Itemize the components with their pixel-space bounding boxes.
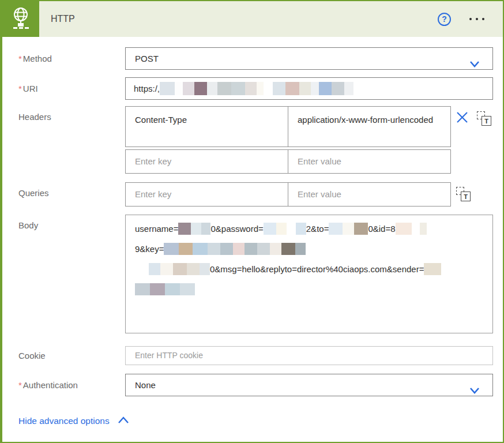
redacted-block <box>135 263 149 275</box>
redacted-block <box>299 82 311 95</box>
redacted-block <box>264 82 273 95</box>
redacted-block <box>220 243 233 255</box>
redacted-block <box>160 82 175 95</box>
redacted-block <box>160 263 173 275</box>
redacted-block <box>191 223 201 235</box>
redacted-block <box>150 283 165 295</box>
headers-row-2: Enter key Enter value <box>125 149 451 174</box>
redacted-block <box>257 243 270 255</box>
help-glyph: ? <box>442 14 447 24</box>
redacted-block <box>257 82 264 95</box>
method-dropdown[interactable]: POST <box>125 47 493 70</box>
redacted-block <box>319 82 332 95</box>
body-input[interactable]: username=0&password=2&to=0&id=8 9&key= 0… <box>125 215 493 333</box>
headers-label: Headers <box>18 106 125 122</box>
redacted-block <box>173 263 187 275</box>
method-value: POST <box>135 54 159 63</box>
header-key-placeholder[interactable]: Enter key <box>125 149 288 174</box>
body-text-line: username=0&password=2&to=0&id=8 <box>135 219 490 239</box>
hide-advanced-options-link[interactable]: Hide advanced options <box>18 416 129 426</box>
chevron-up-icon <box>118 416 129 426</box>
redacted-block <box>179 243 193 255</box>
help-icon[interactable]: ? <box>438 13 451 26</box>
redacted-block <box>200 263 210 275</box>
required-marker: * <box>18 380 22 390</box>
redacted-block <box>178 223 191 235</box>
redacted-block <box>424 263 441 275</box>
method-label: *Method <box>18 54 125 63</box>
redacted-block <box>311 82 319 95</box>
authentication-dropdown[interactable]: None <box>125 374 493 396</box>
redacted-block <box>354 223 368 235</box>
redacted-block <box>332 82 344 95</box>
authentication-value: None <box>135 380 156 390</box>
required-marker: * <box>18 84 22 93</box>
body-label: Body <box>18 215 125 230</box>
body-text-line <box>135 279 490 299</box>
redacted-block <box>343 223 354 235</box>
action-header[interactable]: HTTP ? <box>2 1 503 37</box>
redacted-block <box>233 243 245 255</box>
redacted-block <box>264 223 276 235</box>
redacted-block <box>420 223 427 235</box>
redacted-block <box>201 223 210 235</box>
delete-header-row-icon[interactable] <box>456 111 468 126</box>
redacted-block <box>187 263 200 275</box>
uri-input[interactable]: https:/, <box>125 77 493 100</box>
headers-row-1: Content-Type application/x-www-form-urle… <box>125 106 451 147</box>
query-key-placeholder[interactable]: Enter key <box>125 182 288 207</box>
redacted-block <box>276 223 287 235</box>
redacted-block <box>175 82 183 95</box>
authentication-label: *Authentication <box>18 380 125 390</box>
queries-row-1: Enter key Enter value <box>125 182 451 207</box>
redacted-block <box>180 283 195 295</box>
redacted-block <box>194 82 207 95</box>
http-action-card: HTTP ? *Method POST <box>0 0 504 443</box>
redacted-block <box>207 82 217 95</box>
redacted-block <box>412 223 420 235</box>
queries-label: Queries <box>18 182 125 198</box>
more-options-icon[interactable] <box>468 14 486 24</box>
headers-grid: Content-Type application/x-www-form-urle… <box>125 106 451 174</box>
globe-network-icon <box>10 6 32 32</box>
header-value-input[interactable]: application/x-www-form-urlencoded <box>288 106 451 147</box>
chevron-down-icon <box>469 381 480 402</box>
redacted-block <box>344 82 353 95</box>
header-value-placeholder[interactable]: Enter value <box>288 149 451 174</box>
redacted-block <box>217 82 231 95</box>
action-title: HTTP <box>39 1 438 37</box>
redacted-block <box>295 243 306 255</box>
chevron-down-icon <box>469 54 480 76</box>
redacted-block <box>281 243 295 255</box>
redacted-block <box>273 82 285 95</box>
header-key-input[interactable]: Content-Type <box>125 106 288 147</box>
http-connector-tile <box>2 1 39 37</box>
cookie-label: Cookie <box>18 351 125 361</box>
redacted-block <box>287 223 296 235</box>
queries-grid: Enter key Enter value <box>125 182 451 207</box>
http-action-form: *Method POST *URI https:/, Headers <box>2 37 503 396</box>
redacted-block <box>135 283 150 295</box>
redacted-block <box>285 82 299 95</box>
redacted-block <box>396 223 412 235</box>
headers-text-mode-icon[interactable]: T <box>477 111 491 126</box>
redacted-block <box>296 223 306 235</box>
redacted-block <box>245 243 257 255</box>
redacted-block <box>165 283 180 295</box>
redacted-block <box>149 263 160 275</box>
redacted-block <box>193 243 208 255</box>
uri-label: *URI <box>18 84 125 93</box>
query-value-placeholder[interactable]: Enter value <box>288 182 451 207</box>
redacted-block <box>329 223 343 235</box>
hide-advanced-options-label: Hide advanced options <box>18 416 110 426</box>
redacted-block <box>270 243 281 255</box>
body-text-line: 9&key= <box>135 239 490 259</box>
cookie-input[interactable]: Enter HTTP cookie <box>125 346 493 365</box>
redacted-block <box>183 82 194 95</box>
redacted-block <box>231 82 245 95</box>
redacted-block <box>164 243 179 255</box>
redacted-block <box>208 243 220 255</box>
required-marker: * <box>18 54 22 63</box>
queries-text-mode-icon[interactable]: T <box>456 187 471 201</box>
body-text-line: 0&msg=hello&replyto=director%40ciaops.co… <box>135 259 490 279</box>
